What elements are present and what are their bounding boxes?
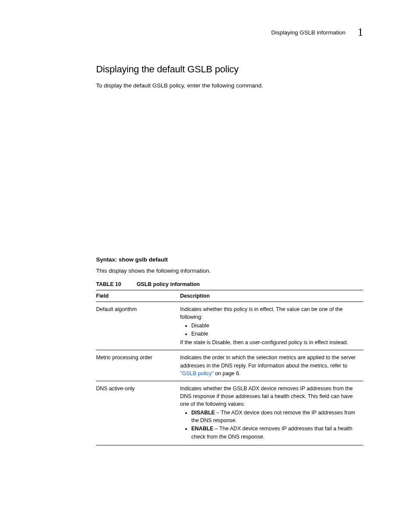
desc-text: If the state is Disable, then a user-con…	[180, 339, 348, 345]
table-row: Default algorithm Indicates whether this…	[96, 302, 363, 350]
desc-text: Indicates the order in which the selecti…	[180, 355, 356, 368]
cell-field: DNS active-only	[96, 381, 180, 445]
bullet-label: DISABLE	[191, 410, 215, 416]
gslb-policy-table: Field Description Default algorithm Indi…	[96, 290, 363, 445]
bullet-rest: – The ADX device removes IP addresses th…	[191, 426, 352, 439]
running-header: Displaying GSLB information 1	[96, 26, 363, 39]
blank-region	[96, 96, 363, 256]
desc-text: on page 6.	[214, 370, 241, 376]
cell-description: Indicates whether this policy is in effe…	[180, 302, 363, 350]
table-header-row: Field Description	[96, 290, 363, 302]
cell-field: Metric processing order	[96, 350, 180, 381]
bullet-item: ENABLE – The ADX device removes IP addre…	[191, 425, 361, 440]
table-caption-label: TABLE 10	[96, 281, 121, 287]
cell-description: Indicates the order in which the selecti…	[180, 350, 363, 381]
col-header-field: Field	[96, 290, 180, 302]
page-content: Displaying GSLB information 1 Displaying…	[96, 26, 363, 445]
section-heading: Displaying the default GSLB policy	[96, 64, 363, 75]
bullet-label: ENABLE	[191, 426, 213, 432]
desc-text: Indicates whether this policy is in effe…	[180, 306, 343, 320]
table-row: Metric processing order Indicates the or…	[96, 350, 363, 381]
desc-text: Indicates whether the GSLB ADX device re…	[180, 386, 353, 407]
table-row: DNS active-only Indicates whether the GS…	[96, 381, 363, 445]
table-caption-title: GSLB policy information	[137, 281, 200, 287]
syntax-command: show gslb default	[119, 256, 168, 263]
cell-description: Indicates whether the GSLB ADX device re…	[180, 381, 363, 445]
desc-bullets: DISABLE – The ADX device does not remove…	[180, 409, 361, 441]
running-title: Displaying GSLB information	[271, 29, 346, 36]
syntax-line: Syntax: show gslb default	[96, 256, 363, 263]
cross-ref-link[interactable]: "GSLB policy"	[180, 370, 214, 376]
bullet-item: DISABLE – The ADX device does not remove…	[191, 409, 361, 424]
col-header-description: Description	[180, 290, 363, 302]
desc-bullets: Disable Enable	[180, 322, 361, 338]
chapter-number: 1	[358, 26, 363, 39]
table-caption: TABLE 10 GSLB policy information	[96, 281, 363, 287]
section-intro: To display the default GSLB policy, ente…	[96, 82, 363, 90]
bullet-rest: – The ADX device does not remove the IP …	[191, 410, 355, 423]
bullet-item: Disable	[191, 322, 361, 330]
bullet-item: Enable	[191, 330, 361, 338]
cell-field: Default algorithm	[96, 302, 180, 350]
syntax-label: Syntax:	[96, 256, 117, 263]
post-syntax-text: This display shows the following informa…	[96, 267, 363, 275]
